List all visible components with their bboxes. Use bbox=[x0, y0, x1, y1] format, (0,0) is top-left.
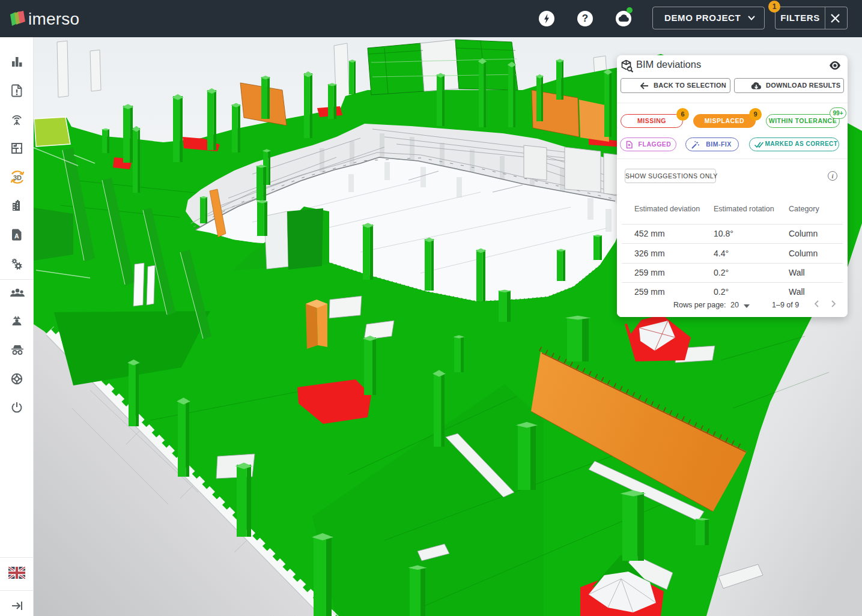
svg-text:3D: 3D bbox=[13, 174, 22, 181]
svg-text:A: A bbox=[14, 232, 19, 240]
